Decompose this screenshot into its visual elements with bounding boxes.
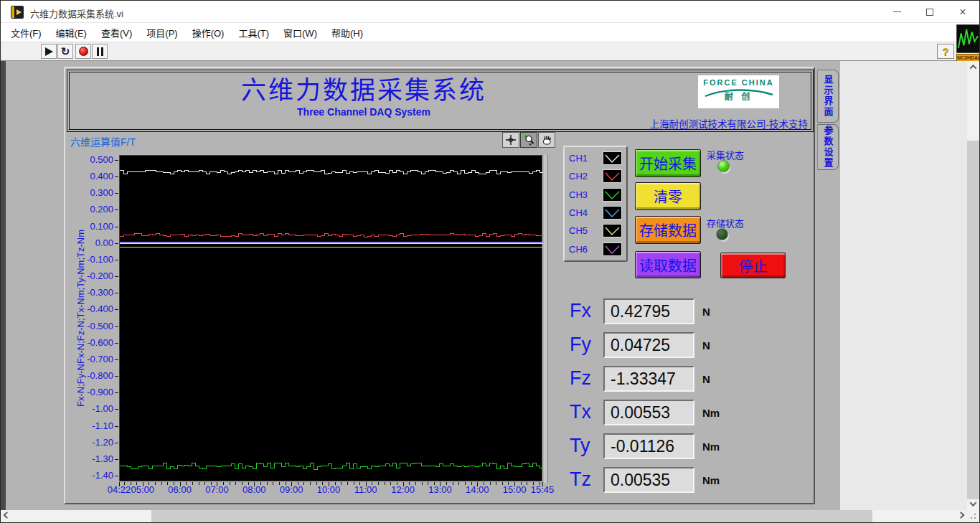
readout-value-tz: 0.00535 (603, 467, 694, 493)
x-minor-tick (453, 482, 453, 485)
x-minor-tick (273, 482, 273, 485)
zero-clear-button[interactable]: 清零 (635, 182, 701, 210)
tab-parameter-settings[interactable]: 参数设置 (817, 124, 839, 170)
menu-item-8[interactable]: 帮助(H) (324, 26, 370, 39)
tab-display-interface[interactable]: 显示界面 (817, 70, 839, 123)
graph-palette (502, 132, 555, 148)
readout-unit-tx: Nm (702, 407, 720, 419)
y-tick-mark (115, 326, 118, 327)
chart-series-ch2 (120, 234, 543, 237)
stop-button[interactable]: 停止 (720, 253, 786, 278)
chart-series-ch1 (120, 170, 543, 174)
readout-number-fz: -1.33347 (605, 369, 676, 389)
y-tick--0.700: -0.700 (69, 354, 113, 364)
cursor-tool-button[interactable] (502, 132, 519, 148)
vertical-scrollbar[interactable] (967, 61, 979, 510)
legend-plot-sample-ch6[interactable] (603, 242, 622, 256)
logo-text: FORCE CHINA (698, 78, 779, 87)
legend-label-ch4: CH4 (569, 207, 588, 218)
vertical-scroll-thumb[interactable] (967, 141, 979, 499)
menu-item-4[interactable]: 项目(P) (139, 26, 184, 39)
y-tick-mark (115, 443, 118, 443)
x-minor-tick (341, 482, 341, 485)
legend-plot-sample-ch1[interactable] (603, 151, 622, 165)
x-minor-tick (458, 482, 459, 485)
y-tick-mark (115, 359, 118, 360)
close-icon: × (959, 6, 966, 19)
waveform-chart (119, 155, 542, 481)
y-tick-0.400: 0.400 (69, 171, 113, 182)
menu-item-3[interactable]: 查看(V) (94, 26, 139, 39)
x-minor-tick (230, 482, 230, 485)
menu-item-7[interactable]: 窗口(W) (276, 26, 324, 39)
chart-title: 六维运算值F/T (70, 134, 136, 149)
legend-row-ch6: CH6 (569, 242, 622, 256)
y-tick-0.300: 0.300 (69, 187, 113, 198)
scroll-down-button[interactable] (967, 498, 979, 510)
chart-series-ch3 (120, 463, 543, 469)
x-minor-tick (267, 482, 268, 485)
save-data-button[interactable]: 存储数据 (635, 216, 701, 244)
chevron-right-icon (958, 512, 965, 519)
y-tick--0.500: -0.500 (69, 321, 113, 331)
toolbar: ↻ ? NC3HDAQ (1, 42, 979, 61)
zoom-tool-button[interactable] (520, 132, 537, 148)
readout-number-fx: 0.42795 (605, 302, 670, 321)
readout-label-tz: Tz (570, 468, 591, 491)
menu-item-1[interactable]: 文件(F) (4, 26, 49, 39)
abort-button[interactable] (75, 44, 91, 59)
run-continuous-button[interactable]: ↻ (57, 44, 73, 59)
horizontal-scrollbar[interactable] (1, 510, 967, 522)
minimize-button[interactable] (880, 1, 913, 23)
readout-unit-ty: Nm (702, 440, 720, 453)
y-tick-mark (115, 459, 118, 460)
pan-tool-button[interactable] (538, 132, 555, 148)
run-button[interactable] (41, 44, 57, 59)
legend-plot-sample-ch3[interactable] (603, 188, 622, 202)
readout-label-fy: Fy (570, 334, 591, 356)
pause-button[interactable] (92, 44, 108, 59)
minimize-icon (893, 11, 901, 12)
y-tick--1.10: -1.10 (69, 420, 113, 431)
run-continuous-icon: ↻ (61, 46, 70, 57)
read-data-button[interactable]: 读取数据 (635, 251, 701, 278)
start-acquisition-button[interactable]: 开始采集 (635, 149, 701, 177)
y-tick--0.600: -0.600 (69, 337, 113, 348)
resize-grip[interactable] (967, 510, 979, 522)
context-help-button[interactable]: ? (937, 44, 954, 59)
maximize-button[interactable] (913, 1, 946, 23)
menu-item-5[interactable]: 操作(O) (185, 26, 232, 39)
scroll-up-button[interactable] (967, 61, 979, 73)
x-minor-tick (161, 482, 162, 485)
legend-plot-sample-ch2[interactable] (603, 169, 622, 183)
x-tick-07:00: 07:00 (205, 484, 229, 495)
x-tick-04:22: 04:22 (108, 484, 131, 495)
menu-item-2[interactable]: 编辑(E) (49, 26, 94, 39)
scroll-right-button[interactable] (955, 510, 967, 522)
force-china-logo: FORCE CHINA 耐 创 (698, 75, 779, 108)
tab-params-label: 参数设置 (821, 126, 835, 169)
x-minor-tick (155, 482, 156, 485)
legend-plot-sample-ch5[interactable] (603, 224, 622, 237)
chevron-up-icon (970, 65, 977, 72)
storage-status-led (716, 228, 728, 240)
x-tick-15:45: 15:45 (531, 484, 555, 495)
x-minor-tick (496, 482, 496, 485)
y-tick--1.40: -1.40 (69, 470, 113, 481)
close-button[interactable]: × (946, 1, 979, 23)
panel-right-margin (840, 61, 969, 510)
y-tick--0.200: -0.200 (69, 270, 113, 281)
vi-icon-badge[interactable]: NC3HDAQ (956, 24, 980, 61)
readout-unit-fx: N (702, 306, 710, 318)
chart-legend: CH1CH2CH3CH4CH5CH6 (563, 146, 628, 262)
legend-plot-sample-ch4[interactable] (603, 206, 622, 220)
menu-item-6[interactable]: 工具(T) (231, 26, 276, 39)
legend-row-ch2: CH2 (569, 169, 622, 183)
x-minor-tick (347, 482, 348, 485)
horizontal-scroll-thumb[interactable] (151, 510, 872, 522)
header-box: 六维力数据采集系统 Three Channel DAQ System FORCE… (67, 70, 814, 132)
y-tick-mark (115, 426, 118, 427)
scroll-left-button[interactable] (1, 510, 13, 522)
readout-number-tx: 0.00553 (605, 403, 670, 423)
readout-unit-fy: N (702, 339, 710, 352)
